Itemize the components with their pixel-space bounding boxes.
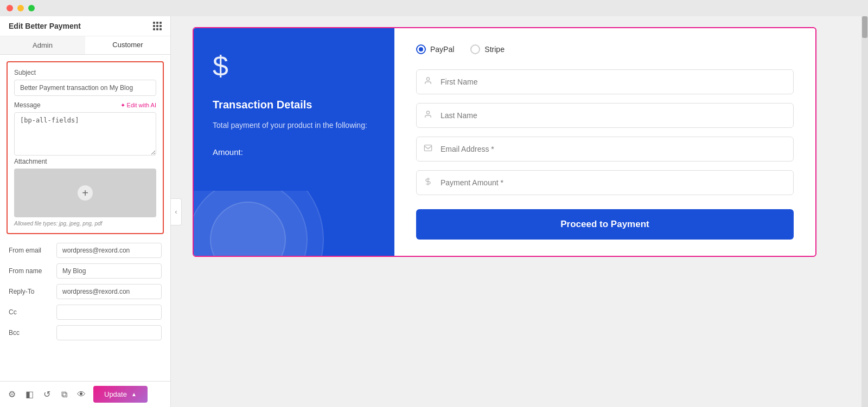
payment-card: $ Transaction Details Total payment of y… bbox=[193, 27, 816, 257]
sidebar-title: Edit Better Payment bbox=[9, 22, 81, 30]
sidebar-header: Edit Better Payment bbox=[0, 16, 170, 36]
settings-icon[interactable]: ⚙ bbox=[7, 389, 17, 399]
bcc-row: Bcc bbox=[9, 325, 162, 340]
maximize-dot[interactable] bbox=[28, 5, 35, 11]
from-name-label: From name bbox=[9, 267, 52, 275]
first-name-field bbox=[416, 69, 794, 94]
last-name-input[interactable] bbox=[416, 103, 794, 128]
envelope-icon bbox=[424, 144, 432, 154]
proceed-to-payment-button[interactable]: Proceed to Payment bbox=[416, 209, 794, 240]
sidebar-tabs: Admin Customer bbox=[0, 36, 170, 55]
payment-method-row: PayPal Stripe bbox=[416, 44, 794, 54]
copy-icon[interactable]: ⧉ bbox=[59, 390, 69, 399]
from-email-label: From email bbox=[9, 247, 52, 254]
view-icon[interactable]: 👁 bbox=[76, 390, 87, 399]
cc-label: Cc bbox=[9, 308, 52, 316]
reply-to-row: Reply-To bbox=[9, 284, 162, 299]
svg-rect-2 bbox=[424, 145, 431, 151]
reply-to-input[interactable] bbox=[56, 284, 162, 299]
person-icon-2 bbox=[424, 110, 432, 121]
amount-label: Amount: bbox=[213, 147, 375, 157]
payment-left-panel: $ Transaction Details Total payment of y… bbox=[194, 28, 394, 256]
grid-icon[interactable] bbox=[153, 22, 162, 30]
sidebar-footer: ⚙ ◧ ↺ ⧉ 👁 Update ▲ bbox=[0, 381, 170, 407]
message-textarea[interactable]: [bp-all-fields] bbox=[14, 112, 156, 156]
svg-point-0 bbox=[426, 77, 429, 80]
email-input[interactable] bbox=[416, 137, 794, 161]
last-name-field bbox=[416, 103, 794, 128]
collapse-sidebar-button[interactable]: ‹ bbox=[171, 198, 182, 225]
payment-amount-field bbox=[416, 170, 794, 195]
from-name-row: From name bbox=[9, 263, 162, 279]
paypal-option[interactable]: PayPal bbox=[416, 44, 454, 54]
payment-right-panel: PayPal Stripe bbox=[394, 28, 815, 256]
tab-customer[interactable]: Customer bbox=[85, 36, 170, 54]
paypal-radio-dot bbox=[419, 47, 423, 51]
cc-input[interactable] bbox=[56, 305, 162, 320]
reply-to-label: Reply-To bbox=[9, 288, 52, 295]
update-button[interactable]: Update ▲ bbox=[93, 386, 148, 403]
email-field bbox=[416, 137, 794, 161]
bcc-input[interactable] bbox=[56, 325, 162, 340]
close-dot[interactable] bbox=[7, 5, 13, 11]
subject-label: Subject bbox=[14, 69, 156, 76]
titlebar bbox=[0, 0, 868, 16]
add-attachment-icon: + bbox=[78, 185, 93, 201]
right-scrollbar[interactable] bbox=[861, 16, 868, 407]
dollar-field-icon bbox=[424, 177, 432, 188]
attachment-upload[interactable]: + bbox=[14, 169, 156, 217]
person-icon-1 bbox=[424, 76, 432, 87]
subject-input[interactable] bbox=[14, 80, 156, 96]
svg-point-1 bbox=[426, 111, 429, 114]
stripe-option[interactable]: Stripe bbox=[470, 44, 505, 54]
stripe-radio[interactable] bbox=[470, 44, 480, 54]
sidebar: Edit Better Payment Admin Customer Subje… bbox=[0, 16, 171, 407]
sidebar-content: Subject Message ✦ Edit with AI [bp-all-f… bbox=[0, 55, 170, 381]
dollar-icon: $ bbox=[213, 50, 375, 82]
paypal-radio[interactable] bbox=[416, 44, 426, 54]
email-settings: From email From name Reply-To Cc Bcc bbox=[7, 243, 164, 340]
decoration bbox=[194, 191, 394, 256]
history-icon[interactable]: ↺ bbox=[41, 389, 52, 399]
layers-icon[interactable]: ◧ bbox=[24, 389, 35, 399]
stripe-label: Stripe bbox=[484, 45, 505, 54]
from-name-input[interactable] bbox=[56, 263, 162, 279]
minimize-dot[interactable] bbox=[17, 5, 24, 11]
transaction-description: Total payment of your product in the fol… bbox=[213, 120, 375, 131]
content-area: $ Transaction Details Total payment of y… bbox=[182, 16, 861, 407]
payment-amount-input[interactable] bbox=[416, 170, 794, 195]
bcc-label: Bcc bbox=[9, 329, 52, 337]
chevron-down-icon: ▲ bbox=[131, 391, 137, 397]
file-types-label: Allowed file types: jpg, jpeg, png, pdf bbox=[14, 221, 156, 227]
cc-row: Cc bbox=[9, 305, 162, 320]
email-section: Subject Message ✦ Edit with AI [bp-all-f… bbox=[7, 61, 164, 234]
edit-ai-button[interactable]: ✦ Edit with AI bbox=[120, 102, 156, 109]
from-email-input[interactable] bbox=[56, 243, 162, 258]
scrollbar-thumb bbox=[862, 16, 867, 38]
tab-admin[interactable]: Admin bbox=[0, 36, 85, 54]
from-email-row: From email bbox=[9, 243, 162, 258]
message-label: Message ✦ Edit with AI bbox=[14, 101, 156, 109]
paypal-label: PayPal bbox=[430, 45, 454, 54]
first-name-input[interactable] bbox=[416, 69, 794, 94]
attachment-label: Attachment bbox=[14, 158, 156, 165]
transaction-title: Transaction Details bbox=[213, 99, 375, 111]
